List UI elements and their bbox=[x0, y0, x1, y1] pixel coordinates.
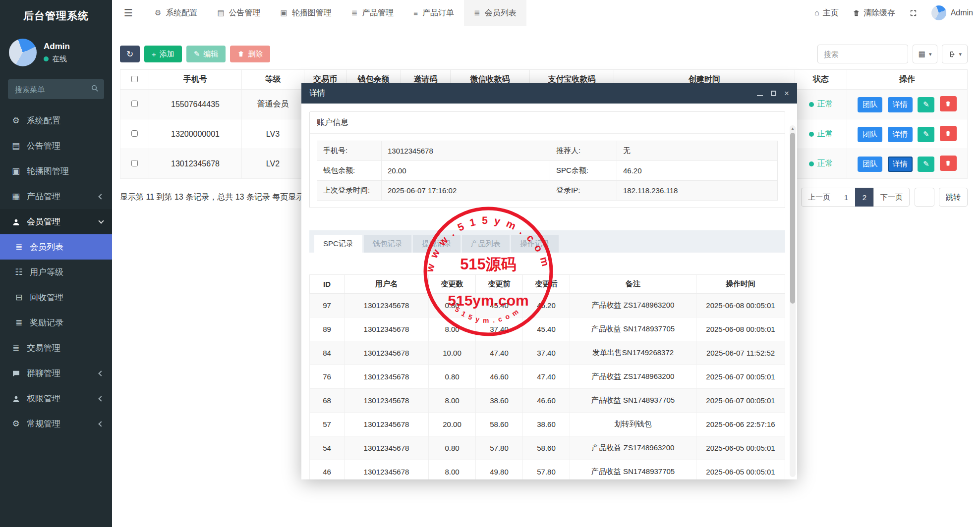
sidebar-user-name: Admin bbox=[44, 42, 70, 52]
tab-announcements[interactable]: ▤ 公告管理 bbox=[207, 0, 270, 26]
card-icon: ⊟ bbox=[12, 292, 26, 303]
maximize-icon[interactable] bbox=[771, 91, 776, 96]
sidebar-avatar bbox=[9, 39, 37, 66]
sidebar-item-recycle[interactable]: ⊟ 回收管理 bbox=[0, 285, 112, 310]
info-value: 无 bbox=[617, 141, 778, 161]
sidebar-item-group-chat[interactable]: 群聊管理 bbox=[0, 361, 112, 386]
search-icon bbox=[91, 84, 99, 93]
row-checkbox[interactable] bbox=[131, 160, 138, 166]
time-cell: 2025-06-08 00:05:01 bbox=[696, 317, 785, 341]
sidebar-item-carousel[interactable]: ▣ 轮播图管理 bbox=[0, 158, 112, 184]
tab-operation-records[interactable]: 操作记录 bbox=[511, 235, 559, 253]
jump-button[interactable]: 跳转 bbox=[939, 188, 968, 207]
tab-product-orders[interactable]: ≡ 产品订单 bbox=[404, 0, 464, 26]
row-delete-button[interactable] bbox=[940, 96, 957, 111]
info-value: 20.00 bbox=[382, 161, 550, 181]
team-button[interactable]: 团队 bbox=[858, 127, 882, 142]
columns-dropdown-button[interactable]: ▦ ▾ bbox=[913, 45, 938, 63]
info-label: SPC余额: bbox=[550, 161, 617, 181]
next-page-button[interactable]: 下一页 bbox=[873, 188, 910, 207]
trash-icon bbox=[945, 101, 951, 107]
list-icon: ≣ bbox=[9, 343, 23, 353]
select-all-checkbox[interactable] bbox=[131, 76, 138, 82]
team-button[interactable]: 团队 bbox=[858, 157, 882, 172]
navbar-right: ⌂ 主页 清除缓存 Admin bbox=[814, 0, 980, 26]
tab-system-config[interactable]: ⚙ 系统配置 bbox=[145, 0, 207, 26]
row-edit-button[interactable]: ✎ bbox=[918, 97, 934, 112]
sidebar-item-permissions[interactable]: 权限管理 bbox=[0, 386, 112, 411]
scroll-up-icon[interactable]: ▲ bbox=[790, 126, 796, 131]
pagination: 上一页 1 2 下一页 跳转 bbox=[801, 188, 968, 207]
row-checkbox[interactable] bbox=[131, 101, 138, 107]
sidebar-item-system-config[interactable]: ⚙ 系统配置 bbox=[0, 108, 112, 133]
id-cell: 76 bbox=[310, 365, 345, 389]
jump-page-input[interactable] bbox=[915, 188, 934, 207]
info-row: 钱包余额: 20.00 SPC余额: 46.20 bbox=[317, 161, 778, 181]
tab-spc-records[interactable]: SPC记录 bbox=[314, 235, 362, 253]
add-button[interactable]: + 添加 bbox=[144, 46, 182, 62]
fullscreen-icon[interactable] bbox=[909, 9, 918, 17]
id-cell: 84 bbox=[310, 341, 345, 365]
tab-product-list[interactable]: 产品列表 bbox=[462, 235, 510, 253]
tab-wallet-records[interactable]: 钱包记录 bbox=[364, 235, 411, 253]
home-link[interactable]: ⌂ 主页 bbox=[814, 8, 839, 18]
detail-button[interactable]: 详情 bbox=[888, 157, 913, 172]
refresh-button[interactable]: ↻ bbox=[120, 46, 140, 62]
grid-icon: ▦ bbox=[9, 191, 23, 202]
sidebar-item-announcements[interactable]: ▤ 公告管理 bbox=[0, 133, 112, 158]
note-cell: 发单出售SN1749268372 bbox=[570, 341, 696, 365]
scrollbar-thumb[interactable] bbox=[790, 133, 795, 304]
tab-member-list[interactable]: ≣ 会员列表 bbox=[464, 0, 526, 26]
row-select-cell bbox=[120, 90, 149, 119]
time-cell: 2025-06-05 00:05:01 bbox=[696, 460, 785, 480]
chevron-left-icon bbox=[98, 194, 104, 199]
edit-button[interactable]: ✎ 编辑 bbox=[186, 46, 226, 62]
time-cell: 2025-06-05 00:05:01 bbox=[696, 436, 785, 460]
sidebar-item-products[interactable]: ▦ 产品管理 bbox=[0, 184, 112, 209]
sidebar-item-member-list[interactable]: ≣ 会员列表 bbox=[0, 234, 112, 260]
before-cell: 49.80 bbox=[476, 460, 523, 480]
modal-titlebar[interactable]: 详情 × bbox=[301, 83, 797, 104]
table-search-input[interactable] bbox=[817, 45, 908, 63]
col-id: ID bbox=[310, 275, 345, 294]
row-edit-button[interactable]: ✎ bbox=[918, 157, 934, 172]
tab-products[interactable]: ≣ 产品管理 bbox=[342, 0, 404, 26]
prev-page-button[interactable]: 上一页 bbox=[801, 188, 837, 207]
page-1-button[interactable]: 1 bbox=[837, 188, 856, 207]
row-checkbox[interactable] bbox=[131, 130, 138, 137]
sidebar-item-user-levels[interactable]: ☷ 用户等级 bbox=[0, 260, 112, 285]
user-menu[interactable]: Admin bbox=[931, 5, 973, 20]
minimize-icon[interactable] bbox=[757, 95, 763, 96]
clear-cache-label: 清除缓存 bbox=[864, 8, 895, 18]
detail-button[interactable]: 详情 bbox=[888, 97, 913, 112]
row-edit-button[interactable]: ✎ bbox=[918, 127, 934, 142]
tab-withdraw-records[interactable]: 提现记录 bbox=[413, 235, 461, 253]
export-dropdown-button[interactable]: ▾ bbox=[942, 45, 968, 63]
before-cell: 47.40 bbox=[476, 341, 523, 365]
row-select-cell bbox=[120, 119, 149, 149]
sidebar-search-input[interactable] bbox=[8, 79, 104, 99]
detail-button[interactable]: 详情 bbox=[888, 127, 913, 142]
refresh-icon: ↻ bbox=[126, 49, 133, 59]
record-row: 76 13012345678 0.80 46.60 47.40 产品收益 ZS1… bbox=[310, 365, 785, 389]
sidebar-item-trades[interactable]: ≣ 交易管理 bbox=[0, 335, 112, 361]
delete-button[interactable]: 删除 bbox=[230, 46, 270, 62]
row-delete-button[interactable] bbox=[940, 156, 957, 171]
team-button[interactable]: 团队 bbox=[858, 97, 882, 112]
hamburger-icon[interactable]: ☰ bbox=[112, 0, 145, 26]
clear-cache-link[interactable]: 清除缓存 bbox=[853, 8, 895, 18]
sidebar-user-status: 在线 bbox=[44, 54, 70, 64]
sitemap-icon: ☷ bbox=[12, 267, 26, 277]
navbar-user-name: Admin bbox=[951, 8, 973, 17]
sidebar-item-rewards[interactable]: ≣ 奖励记录 bbox=[0, 310, 112, 335]
image-icon: ▣ bbox=[281, 8, 288, 17]
tab-carousel[interactable]: ▣ 轮播图管理 bbox=[271, 0, 342, 26]
note-cell: 产品收益 SN1748937705 bbox=[570, 460, 696, 480]
close-icon[interactable]: × bbox=[784, 89, 789, 98]
after-cell: 57.80 bbox=[523, 460, 570, 480]
trash-icon bbox=[237, 51, 244, 57]
sidebar-item-members[interactable]: 会员管理 bbox=[0, 209, 112, 234]
page-2-button[interactable]: 2 bbox=[855, 188, 874, 207]
sidebar-item-general[interactable]: ⚙ 常规管理 bbox=[0, 411, 112, 436]
row-delete-button[interactable] bbox=[940, 126, 957, 141]
